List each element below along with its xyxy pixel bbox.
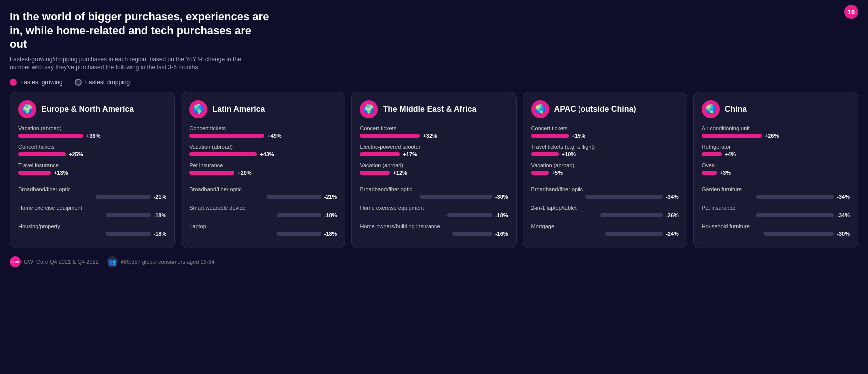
bar-value: +25%: [69, 151, 83, 157]
region-icon-europe: 🌍: [18, 100, 36, 118]
bar-item: Electric-powered scooter+17%: [360, 144, 508, 157]
card-mea: 🌍The Middle East & AfricaConcert tickets…: [351, 92, 516, 248]
bar-label: Vacation (abroad): [189, 144, 337, 150]
region-title-mea: The Middle East & Africa: [383, 105, 476, 114]
bar-growing-track: [531, 171, 549, 175]
page-title: In the world of bigger purchases, experi…: [10, 10, 270, 51]
bar-row: -34%: [531, 194, 679, 200]
bar-row: -18%: [360, 212, 508, 218]
growing-dot-icon: [10, 79, 17, 86]
region-title-china: China: [725, 105, 747, 114]
section-divider: [531, 181, 679, 181]
bar-item: Home exercise equipment-18%: [360, 205, 508, 218]
card-header-apac: 🌏APAC (outside China): [531, 100, 679, 118]
bar-label: Pet insurance: [189, 162, 337, 168]
bar-item: Home-owners/building insurance-16%: [360, 223, 508, 237]
bar-row: +17%: [360, 151, 508, 157]
bar-value: -34%: [666, 194, 679, 200]
bar-item: Vacation (abroad)+36%: [18, 125, 166, 139]
bar-item: Concert tickets+15%: [531, 125, 679, 139]
bar-growing-track: [18, 152, 66, 156]
bar-value: -26%: [666, 212, 679, 218]
bar-row: -16%: [360, 231, 508, 237]
bar-dropping-track: [420, 195, 492, 199]
bar-label: Vacation (abroad): [360, 162, 508, 168]
bar-value: +32%: [423, 133, 437, 139]
header: In the world of bigger purchases, experi…: [10, 10, 858, 72]
bar-label: Air conditioning unit: [702, 125, 850, 131]
bar-item: Home exercise equipment-18%: [18, 205, 166, 218]
bar-row: +49%: [189, 133, 337, 139]
bar-value: +13%: [54, 170, 68, 176]
bar-item: Garden furniture-34%: [702, 186, 850, 200]
bar-value: +15%: [572, 133, 585, 139]
bar-row: +43%: [189, 151, 337, 157]
bar-row: -18%: [189, 231, 337, 237]
bar-value: +26%: [765, 133, 779, 139]
bar-item: Vacation (abroad)+5%: [531, 162, 679, 176]
bar-row: +20%: [189, 170, 337, 176]
bar-value: -18%: [324, 212, 337, 218]
bar-item: Broadband/fiber optic-21%: [18, 186, 166, 200]
bar-row: +4%: [702, 151, 850, 157]
bar-value: -30%: [837, 231, 850, 237]
bar-dropping-track: [585, 195, 663, 199]
bar-item: Air conditioning unit+26%: [702, 125, 850, 139]
bar-item: Travel tickets (e.g. a flight)+10%: [531, 144, 679, 157]
bar-row: +12%: [360, 170, 508, 176]
bar-label: Electric-powered scooter: [360, 144, 508, 150]
bar-row: +15%: [531, 133, 679, 139]
bar-value: -24%: [666, 231, 679, 237]
bar-row: -34%: [702, 194, 850, 200]
bar-item: Concert tickets+49%: [189, 125, 337, 139]
bar-row: +13%: [18, 170, 166, 176]
bar-item: Vacation (abroad)+12%: [360, 162, 508, 176]
footer-source2-item: 👥 469,357 global consumers aged 16-64: [107, 256, 215, 267]
bar-value: +3%: [720, 170, 731, 176]
bar-value: -18%: [324, 231, 337, 237]
bar-item: Travel insurance+13%: [18, 162, 166, 176]
bar-value: -16%: [495, 231, 508, 237]
bar-growing-track: [189, 152, 257, 156]
bar-item: Pet insurance+20%: [189, 162, 337, 176]
bar-label: Broadband/fiber optic: [360, 186, 508, 192]
bar-growing-track: [531, 152, 559, 156]
bar-value: -21%: [324, 194, 337, 200]
bar-item: Broadband/fiber optic-30%: [360, 186, 508, 200]
card-header-china: 🌏China: [702, 100, 850, 118]
bar-label: Broadband/fiber optic: [531, 186, 679, 192]
bar-row: -24%: [531, 231, 679, 237]
bar-value: +10%: [562, 151, 576, 157]
bar-row: -18%: [189, 212, 337, 218]
section-divider: [18, 181, 166, 181]
bar-row: +26%: [702, 133, 850, 139]
bar-row: -30%: [360, 194, 508, 200]
bar-row: +10%: [531, 151, 679, 157]
bar-item: Pet insurance-34%: [702, 205, 850, 218]
bar-item: Refrigerator+4%: [702, 144, 850, 157]
bar-label: Oven: [702, 162, 850, 168]
bar-growing-track: [360, 171, 390, 175]
legend-growing-label: Fastest growing: [20, 79, 63, 86]
region-title-europe: Europe & North America: [41, 105, 134, 114]
bar-value: +20%: [237, 170, 251, 176]
bar-value: -18%: [154, 231, 167, 237]
bar-value: -18%: [154, 212, 167, 218]
card-china: 🌏ChinaAir conditioning unit+26%Refrigera…: [693, 92, 858, 248]
bar-label: Pet insurance: [702, 205, 850, 211]
page-subtitle: Fastest-growing/dropping purchases in ea…: [10, 55, 250, 72]
section-divider: [360, 181, 508, 181]
bar-row: +36%: [18, 133, 166, 139]
bar-row: +5%: [531, 170, 679, 176]
region-title-latam: Latin America: [212, 105, 265, 114]
bar-label: Refrigerator: [702, 144, 850, 150]
bar-growing-track: [360, 134, 420, 138]
gwi-icon: GWI: [10, 256, 21, 267]
bar-growing-track: [702, 152, 722, 156]
bar-value: +36%: [86, 133, 100, 139]
bar-dropping-track: [756, 213, 834, 217]
bar-label: Concert tickets: [18, 144, 166, 150]
bar-label: Mortgage: [531, 223, 679, 229]
bar-row: -34%: [702, 212, 850, 218]
bar-value: -18%: [495, 212, 508, 218]
